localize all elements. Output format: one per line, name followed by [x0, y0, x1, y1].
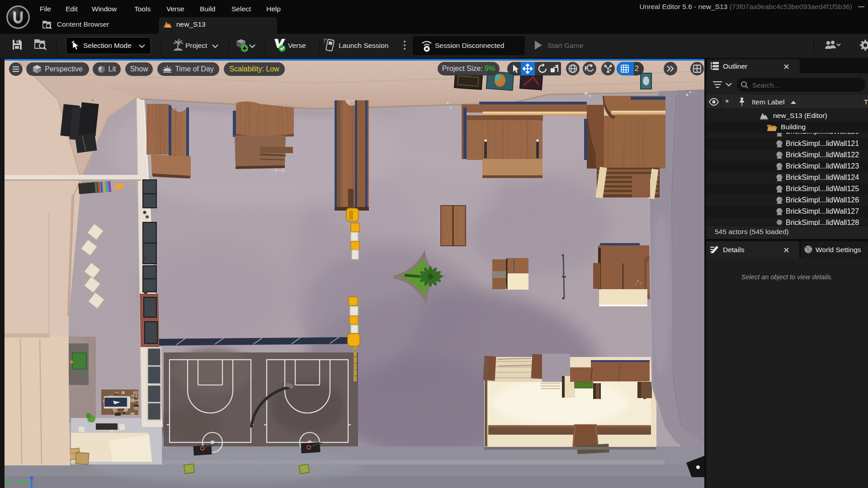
svg-text:Y: Y: [6, 478, 12, 486]
